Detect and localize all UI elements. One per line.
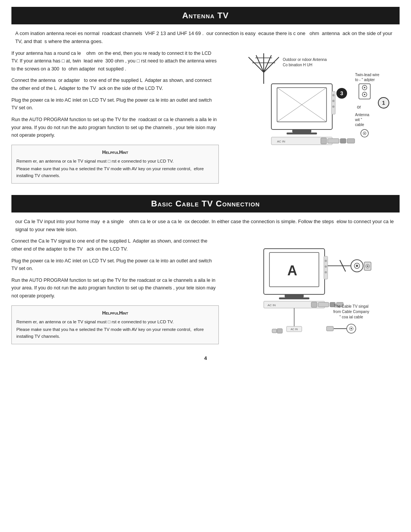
cable-intro: our Ca le TV input into your home may e … (11, 218, 400, 234)
cable-content: Connect the Ca le TV signal to one end o… (11, 237, 400, 348)
svg-point-43 (367, 265, 368, 267)
svg-point-14 (332, 94, 335, 96)
antenna-content: If your antenna has a round ca le ohm on… (11, 50, 400, 184)
step1-text: 1 (382, 100, 385, 106)
outdoor-label: Outdoor or ndoor Antenna (283, 58, 327, 62)
svg-rect-57 (277, 329, 282, 333)
antenna-intro: A com ination antenna recei es normal ro… (11, 30, 400, 46)
cable-right-col: A (226, 237, 400, 348)
antenna-para2: Connect the antenna or adapter to one en… (11, 77, 219, 92)
tv-outline (271, 84, 332, 129)
antenna-title: Antenna TV (11, 7, 400, 24)
antenna-right-col: Outdoor or ndoor Antenna Co bination H U… (226, 50, 400, 184)
antenna-hint-title: HelpfulHint (16, 148, 214, 156)
combination-label: Co bination H UH (283, 63, 312, 67)
cable-ac-in-label: AC IN (268, 304, 276, 307)
antenna-hint2: Please make sure that you ha e selected … (16, 166, 214, 179)
cable-a-label: A (287, 263, 297, 278)
svg-point-34 (325, 260, 327, 262)
svg-point-40 (356, 265, 358, 267)
ac-in-label: AC IN (277, 140, 285, 143)
antenna-left-col: If your antenna has a round ca le ohm on… (11, 50, 219, 184)
twin-lead-label: Twin-lead wire (355, 73, 379, 77)
svg-rect-20 (340, 139, 346, 143)
antenna-wit-label: Antenna (355, 113, 370, 117)
svg-rect-31 (285, 294, 304, 297)
cable-label: cable (355, 123, 364, 127)
svg-point-16 (332, 105, 335, 108)
svg-line-0 (249, 57, 264, 72)
antenna-para3: Plug the power ca le into AC inlet on LC… (11, 96, 219, 112)
cable-para3: Run the AUTO PROGRAM function to set up … (11, 276, 219, 300)
svg-rect-45 (311, 302, 317, 307)
cable-hint2: Please make sure that you ha e selected … (16, 326, 214, 340)
antenna-hint1: Remem er, an antenna or ca le TV signal … (16, 158, 214, 165)
to-adapter-label: to - " adpter (355, 78, 375, 82)
svg-point-51 (350, 328, 352, 329)
svg-point-35 (325, 265, 327, 268)
antenna-section: Antenna TV A com ination antenna recei e… (11, 7, 400, 184)
coaxial-label: " coa ial cable (339, 315, 363, 319)
cable-hint1: Remem er, an antenna or ca le TV signal … (16, 319, 214, 326)
cable-para2: Plug the power ca le into AC inlet on LC… (11, 257, 219, 273)
antenna-para1: If your antenna has a round ca le ohm on… (11, 50, 219, 73)
page-number: 4 (11, 355, 400, 361)
svg-point-29 (364, 133, 365, 134)
cable-section: Basic Cable TV Connection our Ca le TV i… (11, 195, 400, 348)
cable-singal-label: The Cable TV singal (334, 304, 368, 308)
svg-point-15 (332, 100, 335, 102)
svg-rect-32 (279, 297, 309, 299)
cable-left-col: Connect the Ca le TV signal to one end o… (11, 237, 219, 348)
svg-rect-11 (292, 129, 311, 133)
antenna-diagram: Outdoor or ndoor Antenna Co bination H U… (233, 50, 393, 168)
step3-text: 3 (340, 90, 343, 96)
cable-hint-title: HelpfulHint (16, 309, 214, 317)
svg-line-4 (264, 57, 279, 72)
svg-rect-58 (272, 329, 277, 333)
antenna-para4: Run the AUTO PROGRAM function to set up … (11, 116, 219, 139)
from-company-label: from Cable Company (333, 310, 369, 314)
antenna-hint-box: HelpfulHint Remem er, an antenna or ca l… (11, 145, 219, 184)
svg-rect-19 (328, 139, 339, 143)
svg-point-26 (364, 94, 365, 95)
svg-rect-53 (327, 326, 333, 331)
svg-point-36 (325, 271, 327, 273)
svg-text:AC IN: AC IN (290, 328, 298, 331)
cable-hint-box: HelpfulHint Remem er, an antenna or ca l… (11, 305, 219, 344)
svg-point-24 (364, 87, 365, 88)
svg-rect-21 (347, 139, 355, 143)
antenna-title-text: Antenna TV (182, 11, 229, 20)
cable-diagram: A (233, 237, 393, 348)
svg-rect-12 (287, 133, 317, 134)
cable-para1: Connect the Ca le TV signal to one end o… (11, 237, 219, 253)
svg-rect-46 (318, 302, 329, 307)
svg-rect-18 (321, 138, 327, 144)
cable-title-text: Basic Cable TV Connection (151, 199, 260, 208)
antenna-cable-label: wit " (355, 118, 362, 122)
cable-title: Basic Cable TV Connection (11, 195, 400, 212)
antenna-symbol (249, 53, 279, 84)
or-label: or (357, 104, 361, 110)
